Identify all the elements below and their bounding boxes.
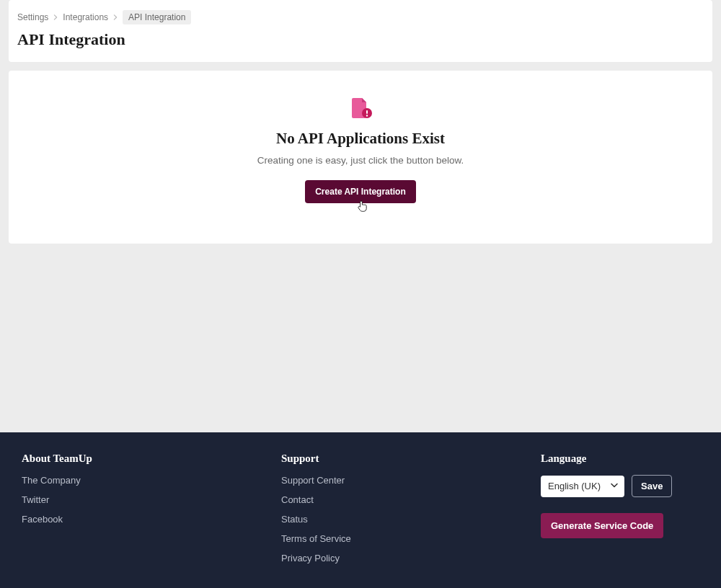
page-footer: About TeamUp The Company Twitter Faceboo…	[0, 432, 721, 588]
generate-service-code-button[interactable]: Generate Service Code	[541, 513, 663, 538]
empty-state-title: No API Applications Exist	[23, 130, 698, 148]
footer-link-company[interactable]: The Company	[22, 475, 238, 486]
footer-link-contact[interactable]: Contact	[281, 494, 497, 505]
footer-language-heading: Language	[541, 453, 721, 465]
breadcrumb-settings[interactable]: Settings	[17, 12, 48, 22]
footer-link-terms[interactable]: Terms of Service	[281, 533, 497, 544]
breadcrumb-integrations[interactable]: Integrations	[63, 12, 108, 22]
page-title: API Integration	[17, 30, 704, 49]
footer-link-support-center[interactable]: Support Center	[281, 475, 497, 486]
footer-about-heading: About TeamUp	[22, 453, 238, 465]
footer-support-heading: Support	[281, 453, 497, 465]
language-selected-value: English (UK)	[548, 481, 601, 491]
svg-rect-1	[366, 110, 368, 114]
document-alert-icon	[348, 97, 373, 122]
save-language-button[interactable]: Save	[632, 475, 672, 497]
language-select[interactable]: English (UK)	[541, 476, 624, 497]
footer-link-status[interactable]: Status	[281, 514, 497, 525]
footer-about-column: About TeamUp The Company Twitter Faceboo…	[22, 453, 238, 574]
footer-support-column: Support Support Center Contact Status Te…	[281, 453, 497, 574]
page-header: Settings Integrations API Integration AP…	[9, 0, 712, 62]
create-api-integration-button[interactable]: Create API Integration	[305, 180, 416, 203]
chevron-right-icon	[112, 13, 118, 22]
breadcrumb-current: API Integration	[123, 10, 191, 24]
footer-link-facebook[interactable]: Facebook	[22, 514, 238, 525]
footer-language-column: Language English (UK) Save Generate Serv…	[541, 453, 721, 574]
empty-state-card: No API Applications Exist Creating one i…	[9, 71, 712, 244]
chevron-right-icon	[53, 13, 58, 22]
footer-link-twitter[interactable]: Twitter	[22, 494, 238, 505]
svg-point-2	[366, 115, 368, 116]
empty-state-subtitle: Creating one is easy, just click the but…	[23, 155, 698, 166]
footer-link-privacy[interactable]: Privacy Policy	[281, 553, 497, 564]
chevron-down-icon	[610, 481, 619, 491]
breadcrumb: Settings Integrations API Integration	[17, 10, 704, 24]
